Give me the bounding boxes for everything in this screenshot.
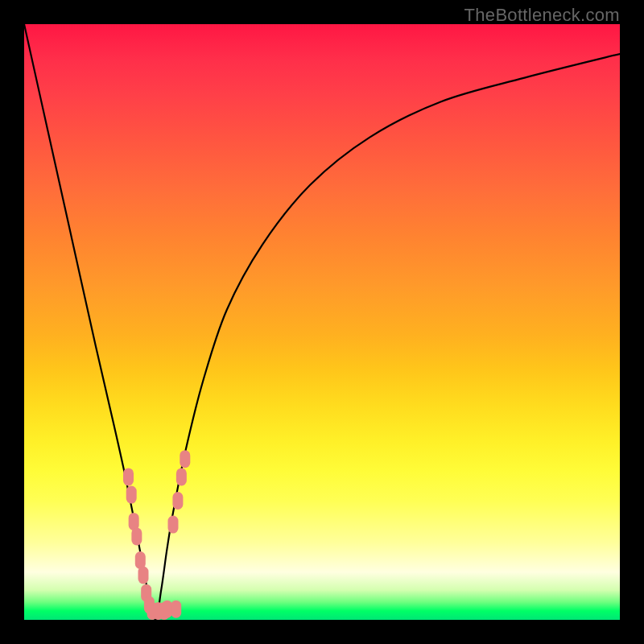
marker-dot bbox=[126, 486, 137, 504]
bottleneck-curve bbox=[24, 24, 620, 620]
marker-dot bbox=[176, 468, 187, 485]
watermark-text: TheBottleneck.com bbox=[464, 5, 620, 26]
marker-dot bbox=[162, 601, 172, 618]
marker-dot bbox=[172, 492, 183, 510]
marker-dot bbox=[171, 601, 181, 618]
plot-area bbox=[24, 24, 620, 620]
marker-dot bbox=[180, 450, 190, 468]
marker-dot bbox=[123, 468, 134, 485]
marker-dot bbox=[168, 516, 179, 534]
chart-frame: TheBottleneck.com bbox=[0, 0, 644, 644]
marker-dot bbox=[131, 527, 142, 545]
marker-dot bbox=[138, 567, 149, 584]
